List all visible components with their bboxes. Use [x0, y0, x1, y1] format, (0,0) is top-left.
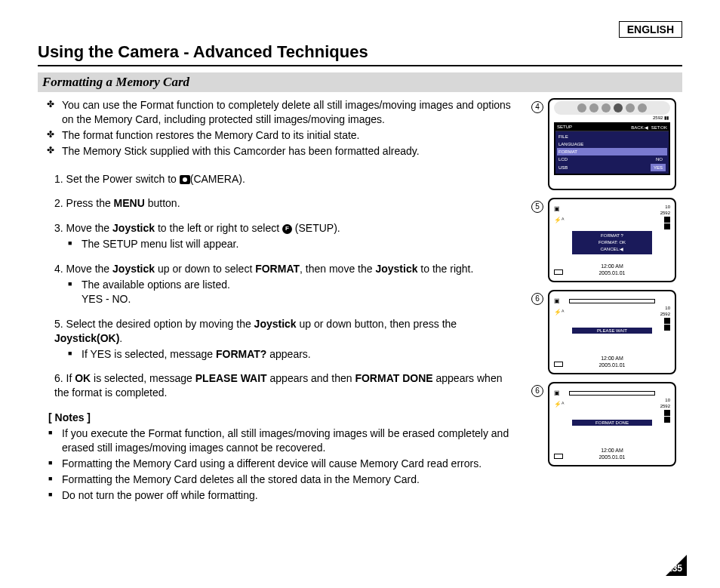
osd-screen: 2592 ▮▮ SETUPBACK:◀ SET:OK FILE LANGUAGE…	[548, 98, 676, 190]
step-text: (CAMERA).	[190, 173, 245, 185]
res-label: 2592 ▮▮	[653, 115, 669, 120]
content-row: You can use the Format function to compl…	[38, 98, 682, 504]
steps-list: 1. Set the Power switch to (CAMERA). 2. …	[38, 172, 519, 401]
step-text: 5. Select the desired option by moving t…	[54, 318, 254, 330]
step-bold: FORMAT	[255, 263, 300, 275]
step-6: 6. If OK is selected, message PLEASE WAI…	[51, 371, 519, 400]
osd-screen: ▣⚡ᴬ 102592 PLEASE WAIT 12:00 AM2005.01.0…	[548, 290, 676, 374]
figure-badge: 6	[531, 385, 543, 397]
section-subtitle: Formatting a Memory Card	[38, 72, 682, 92]
osd-right-icons: 102592	[660, 397, 670, 423]
osd-screen: ▣⚡ᴬ 102592 FORMAT ?FORMAT: OKCANCEL:◀ 12…	[548, 198, 676, 282]
step-sub: If YES is selected, message FORMAT? appe…	[71, 347, 519, 362]
osd-message: FORMAT DONE	[572, 420, 652, 426]
step-text: up or down button, then press the	[297, 318, 457, 330]
note-item: If you execute the Format function, all …	[51, 426, 519, 455]
step-bold: Joystick(OK)	[54, 332, 119, 344]
step-2: 2. Press the MENU button.	[51, 196, 519, 211]
step-sub: The SETUP menu list will appear.	[71, 237, 519, 251]
progress-bar	[569, 391, 655, 396]
step-sub: The available options are listed.YES - N…	[71, 278, 519, 306]
step-text: , then move the	[300, 263, 375, 275]
step-1: 1. Set the Power switch to (CAMERA).	[51, 172, 519, 186]
page-number: 135	[667, 563, 682, 574]
menu-item: FILE	[558, 133, 568, 140]
note-item: Do not turn the power off while formatti…	[51, 488, 519, 503]
osd-left-icons: ▣⚡ᴬ	[554, 297, 564, 320]
step-bold: OK	[75, 372, 91, 384]
step-text: 6. If	[54, 372, 75, 384]
t: The available options are listed.	[82, 279, 230, 291]
camera-icon	[180, 175, 190, 184]
intro-list: You can use the Format function to compl…	[38, 98, 519, 159]
step-bold: Joystick	[254, 318, 297, 330]
step-3: 3. Move the Joystick to the left or righ…	[51, 221, 519, 251]
step-bold: MENU	[114, 197, 145, 209]
menu-item-selected: FORMAT	[558, 148, 577, 155]
step-bold: FORMAT DONE	[355, 372, 432, 384]
osd-right-icons: 102592	[660, 305, 670, 331]
notes-heading: [ Notes ]	[38, 411, 519, 425]
t: YES - NO.	[82, 293, 131, 305]
osd-timestamp: 12:00 AM2005.01.01	[549, 447, 675, 460]
figure-column: 4 2592 ▮▮ SETUPBACK:◀ SET:OK FILE LANGUA…	[531, 98, 682, 504]
osd-message: FORMAT ?FORMAT: OKCANCEL:◀	[572, 231, 652, 254]
step-text: .	[119, 332, 122, 344]
figure-5: 5 ▣⚡ᴬ 102592 FORMAT ?FORMAT: OKCANCEL:◀ …	[531, 198, 682, 282]
menu-item: USB	[558, 164, 568, 172]
osd-right-icons: 102592	[660, 204, 670, 229]
step-text: to the left or right to select	[155, 222, 282, 234]
osd-left-icons: ▣⚡ᴬ	[554, 389, 564, 412]
b: FORMAT?	[216, 348, 266, 360]
step-5: 5. Select the desired option by moving t…	[51, 317, 519, 362]
setup-icon	[282, 224, 292, 234]
figure-badge: 4	[531, 101, 543, 113]
step-text: (SETUP).	[292, 222, 340, 234]
step-bold: PLEASE WAIT	[195, 372, 267, 384]
setup-menu: SETUPBACK:◀ SET:OK FILE LANGUAGE FORMAT …	[554, 122, 670, 175]
step-text: to the right.	[417, 263, 473, 275]
figure-4: 4 2592 ▮▮ SETUPBACK:◀ SET:OK FILE LANGUA…	[531, 98, 682, 190]
step-text: up or down to select	[155, 263, 255, 275]
language-indicator: ENGLISH	[619, 21, 682, 38]
step-text: appears and then	[267, 372, 355, 384]
step-text: button.	[145, 197, 180, 209]
option-yes: YES	[651, 164, 666, 171]
figure-7: 6 ▣⚡ᴬ 102592 FORMAT DONE 12:00 AM2005.01…	[531, 382, 682, 466]
note-item: Formatting the Memory Card using a diffe…	[51, 457, 519, 471]
intro-item: You can use the Format function to compl…	[51, 98, 519, 127]
menu-item: LCD	[558, 155, 568, 164]
page: ENGLISH Using the Camera - Advanced Tech…	[0, 0, 720, 588]
osd-screen: ▣⚡ᴬ 102592 FORMAT DONE 12:00 AM2005.01.0…	[548, 382, 676, 466]
figure-badge: 6	[531, 293, 543, 305]
back-label: BACK:◀	[631, 125, 648, 130]
step-text: is selected, message	[91, 372, 195, 384]
note-item: Formatting the Memory Card deletes all t…	[51, 473, 519, 487]
osd-message: PLEASE WAIT	[572, 328, 652, 334]
step-4: 4. Move the Joystick up or down to selec…	[51, 262, 519, 306]
step-bold: Joystick	[112, 263, 155, 275]
mode-icon-row	[554, 101, 670, 115]
step-bold: Joystick	[375, 263, 417, 275]
step-text: 3. Move the	[54, 222, 112, 234]
step-text: 1. Set the Power switch to	[54, 173, 180, 185]
figure-badge: 5	[531, 201, 543, 213]
t: appears.	[266, 348, 310, 360]
notes-list: If you execute the Format function, all …	[38, 426, 519, 502]
t: If YES is selected, message	[82, 348, 216, 360]
osd-timestamp: 12:00 AM2005.01.01	[549, 355, 675, 368]
figure-6: 6 ▣⚡ᴬ 102592 PLEASE WAIT 12:00 AM2005.01…	[531, 290, 682, 374]
menu-item: LANGUAGE	[558, 140, 583, 148]
page-title: Using the Camera - Advanced Techniques	[38, 42, 682, 66]
step-bold: Joystick	[112, 222, 155, 234]
step-text: 4. Move the	[54, 263, 112, 275]
intro-item: The format function restores the Memory …	[51, 128, 519, 143]
progress-bar	[569, 299, 655, 303]
menu-title: SETUP	[557, 125, 572, 130]
step-text: 2. Press the	[54, 197, 114, 209]
option-no: NO	[653, 155, 666, 163]
body-text: You can use the Format function to compl…	[38, 98, 519, 504]
osd-timestamp: 12:00 AM2005.01.01	[549, 263, 675, 276]
set-label: SET:OK	[651, 125, 667, 130]
osd-left-icons: ▣⚡ᴬ	[554, 205, 564, 228]
